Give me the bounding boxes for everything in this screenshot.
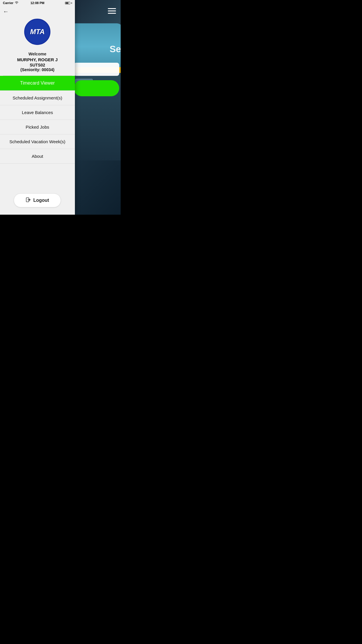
menu-item-timecard-viewer[interactable]: Timecard Viewer	[0, 76, 75, 91]
menu-item-picked-jobs[interactable]: Picked Jobs	[0, 120, 75, 134]
right-green-button	[74, 80, 119, 96]
battery-fill	[66, 2, 69, 4]
timecard-viewer-label: Timecard Viewer	[20, 80, 55, 86]
right-panel: Sel	[72, 0, 121, 215]
battery-icon	[65, 2, 70, 4]
menu-item-leave-balances[interactable]: Leave Balances	[0, 105, 75, 120]
welcome-section: Welcome MURPHY, ROGER J SUTS02 (Seniorit…	[0, 49, 75, 76]
left-drawer: Carrier 12:08 PM ←	[0, 0, 75, 215]
picked-jobs-label: Picked Jobs	[26, 125, 49, 130]
menu-list: Timecard Viewer Scheduled Assignment(s) …	[0, 76, 75, 188]
screen: Sel Carrier 12:08 PM	[0, 0, 121, 215]
menu-line-1	[108, 8, 116, 9]
back-button[interactable]: ←	[0, 6, 75, 17]
menu-line-3	[108, 13, 116, 14]
about-label: About	[32, 154, 43, 159]
time-display: 12:08 PM	[30, 1, 44, 5]
status-left: Carrier	[3, 1, 19, 5]
logout-label: Logout	[33, 198, 49, 203]
right-input-box	[74, 63, 119, 76]
status-right	[65, 2, 72, 4]
logout-button[interactable]: Logout	[14, 193, 61, 207]
background-image	[72, 0, 121, 215]
menu-item-scheduled-vacation[interactable]: Scheduled Vacation Week(s)	[0, 134, 75, 149]
scheduled-vacation-label: Scheduled Vacation Week(s)	[9, 139, 65, 144]
wifi-icon	[15, 1, 19, 5]
user-department: SUTS02	[3, 63, 72, 67]
mta-logo: MTA	[24, 19, 50, 45]
logo-area: MTA	[0, 17, 75, 49]
status-bar: Carrier 12:08 PM	[0, 0, 75, 6]
logout-icon	[26, 197, 31, 204]
mta-logo-text: MTA	[30, 28, 45, 36]
user-seniority: (Seniority: 00034)	[3, 67, 72, 72]
menu-item-about[interactable]: About	[0, 149, 75, 164]
sel-text: Sel	[110, 44, 121, 55]
leave-balances-label: Leave Balances	[22, 110, 53, 115]
menu-item-scheduled-assignments[interactable]: Scheduled Assignment(s)	[0, 91, 75, 105]
logout-section: Logout	[0, 188, 75, 215]
menu-line-2	[108, 10, 116, 11]
battery-tip	[71, 2, 72, 4]
scheduled-assignments-label: Scheduled Assignment(s)	[13, 95, 62, 100]
carrier-label: Carrier	[3, 1, 13, 5]
welcome-label: Welcome	[3, 52, 72, 56]
user-name: MURPHY, ROGER J	[3, 57, 72, 63]
hamburger-menu-button[interactable]	[108, 8, 116, 14]
